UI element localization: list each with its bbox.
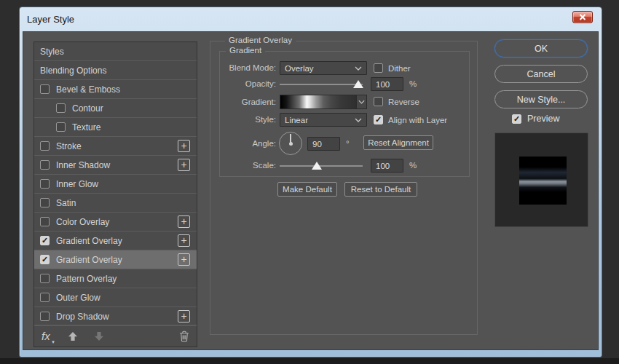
opacity-input[interactable] (371, 77, 403, 91)
angle-dial[interactable] (279, 132, 302, 155)
angle-input[interactable] (307, 137, 340, 151)
blend-mode-dropdown[interactable]: Overlay (280, 61, 367, 75)
sidebar-item-texture[interactable]: Texture (34, 118, 197, 137)
sidebar-item-inner-glow[interactable]: Inner Glow (34, 175, 197, 194)
add-effect-button[interactable]: + (178, 310, 190, 323)
reset-to-default-button[interactable]: Reset to Default (344, 182, 417, 197)
effect-checkbox[interactable] (40, 293, 50, 302)
titlebar[interactable]: Layer Style (20, 7, 602, 31)
reverse-checkbox[interactable] (374, 97, 383, 106)
effect-checkbox[interactable] (56, 103, 66, 113)
sidebar-item-styles[interactable]: Styles (34, 42, 197, 61)
effects-list: Styles Blending Options Bevel & Emboss C… (33, 41, 197, 347)
add-effect-button[interactable]: + (178, 215, 190, 228)
fx-menu-button[interactable]: fx▾ (42, 330, 50, 342)
align-with-layer-checkbox[interactable]: ✓ (374, 115, 383, 124)
screen: Layer Style Styles Blending Options Beve… (0, 0, 619, 364)
effect-label: Outer Glow (56, 293, 100, 303)
preview-label: Preview (527, 114, 559, 124)
align-with-layer-row: ✓ Align with Layer (374, 115, 447, 124)
reset-alignment-button[interactable]: Reset Alignment (363, 135, 433, 150)
opacity-slider-thumb[interactable] (353, 80, 363, 88)
sidebar-item-outer-glow[interactable]: Outer Glow (34, 288, 197, 307)
preview-checkbox[interactable]: ✓ (512, 114, 521, 124)
effect-checkbox[interactable] (40, 198, 50, 207)
blend-mode-label: Blend Mode: (210, 61, 276, 75)
effect-checkbox[interactable] (40, 217, 50, 226)
fx-icon: fx (42, 330, 50, 342)
sidebar-item-gradient-overlay[interactable]: ✓ Gradient Overlay + (34, 232, 197, 250)
sidebar-item-contour[interactable]: Contour (34, 99, 197, 118)
scale-label: Scale: (210, 159, 276, 173)
add-effect-button[interactable]: + (178, 234, 190, 247)
align-with-layer-label: Align with Layer (388, 116, 447, 124)
sidebar-item-drop-shadow[interactable]: Drop Shadow + (34, 307, 197, 326)
gradient-picker-button[interactable] (356, 95, 367, 109)
make-default-button[interactable]: Make Default (277, 182, 337, 197)
style-dropdown[interactable]: Linear (280, 113, 367, 127)
chevron-down-icon (358, 100, 365, 104)
cancel-button[interactable]: Cancel (494, 65, 588, 83)
layer-style-dialog: Layer Style Styles Blending Options Beve… (19, 7, 602, 357)
dither-checkbox[interactable] (374, 63, 383, 73)
delete-effect-button[interactable] (179, 331, 189, 342)
sidebar-item-blending-options[interactable]: Blending Options (34, 61, 197, 80)
new-style-button[interactable]: New Style... (494, 90, 588, 108)
add-effect-button[interactable]: + (178, 253, 190, 266)
blend-mode-value: Overlay (285, 64, 355, 73)
effect-label: Color Overlay (56, 217, 109, 227)
scale-input[interactable] (371, 159, 403, 173)
close-button[interactable] (572, 11, 593, 23)
effect-checkbox[interactable] (40, 84, 50, 94)
effect-checkbox[interactable] (40, 312, 50, 321)
effect-label: Texture (72, 122, 100, 132)
effect-checkbox[interactable] (40, 274, 50, 283)
chevron-down-icon (355, 66, 362, 71)
sidebar-item-gradient-overlay[interactable]: ✓ Gradient Overlay + (34, 250, 197, 269)
move-effect-up-button[interactable] (68, 331, 78, 341)
effect-checkbox[interactable] (40, 141, 50, 151)
scale-unit: % (409, 159, 417, 173)
effect-label: Blending Options (40, 66, 106, 76)
sidebar-item-stroke[interactable]: Stroke + (34, 137, 197, 156)
preview-thumbnail (494, 132, 588, 227)
sidebar-item-pattern-overlay[interactable]: Pattern Overlay (34, 269, 197, 288)
sidebar-item-satin[interactable]: Satin (34, 194, 197, 213)
chevron-down-icon (355, 118, 362, 122)
opacity-slider-track[interactable] (280, 84, 363, 85)
effect-label: Inner Glow (56, 179, 98, 189)
effect-label: Inner Shadow (56, 160, 110, 170)
gradient-swatch[interactable] (280, 95, 356, 109)
preview-checkbox-row: ✓ Preview (512, 114, 559, 124)
scale-slider-thumb[interactable] (312, 162, 322, 170)
move-effect-down-button[interactable] (94, 331, 104, 341)
effect-checkbox[interactable] (56, 122, 66, 132)
angle-label: Angle: (210, 137, 276, 151)
effect-label: Contour (72, 103, 103, 114)
gradient-group-legend: Gradient (226, 46, 265, 55)
gradient-overlay-panel: Gradient Overlay Gradient Blend Mode: Ov… (210, 41, 478, 335)
effect-label: Bevel & Emboss (56, 84, 120, 95)
dither-label: Dither (388, 64, 411, 73)
angle-dial-hub (289, 142, 293, 146)
sidebar-item-bevel-emboss[interactable]: Bevel & Emboss (34, 80, 197, 99)
sidebar-item-color-overlay[interactable]: Color Overlay + (34, 213, 197, 232)
effect-checkbox[interactable] (40, 179, 50, 189)
effect-checkbox[interactable]: ✓ (40, 255, 50, 264)
effect-label: Drop Shadow (56, 312, 109, 322)
dialog-body: Styles Blending Options Bevel & Emboss C… (23, 31, 599, 350)
add-effect-button[interactable]: + (178, 159, 190, 171)
opacity-slider[interactable] (280, 79, 363, 89)
effect-label: Satin (56, 198, 76, 208)
trash-icon (179, 331, 189, 342)
effect-checkbox[interactable]: ✓ (40, 236, 50, 245)
effect-label: Gradient Overlay (56, 236, 122, 246)
dither-checkbox-row: Dither (374, 63, 411, 73)
reverse-label: Reverse (388, 98, 419, 106)
effect-checkbox[interactable] (40, 160, 50, 170)
scale-slider[interactable] (280, 160, 363, 170)
ok-button[interactable]: OK (494, 39, 588, 58)
add-effect-button[interactable]: + (178, 140, 190, 152)
sidebar-item-inner-shadow[interactable]: Inner Shadow + (34, 156, 197, 175)
effect-label: Styles (40, 47, 64, 57)
